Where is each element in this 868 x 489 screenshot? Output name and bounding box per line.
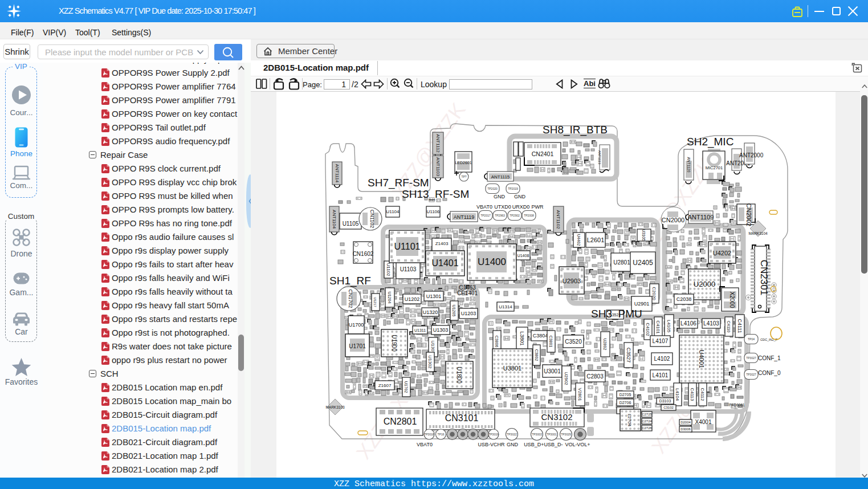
svg-text:U2901: U2901 (634, 301, 650, 307)
svg-text:L4102: L4102 (654, 356, 670, 362)
svg-text:TP3018: TP3018 (424, 433, 434, 436)
svg-text:ANT1114: ANT1114 (335, 164, 340, 183)
svg-text:U2903: U2903 (563, 278, 581, 284)
svg-text:C3520: C3520 (565, 339, 582, 345)
svg-text:TP3027: TP3027 (746, 373, 756, 376)
svg-text:VOL-: VOL- (565, 442, 577, 447)
svg-text:L4105: L4105 (666, 320, 671, 333)
svg-text:CN3101: CN3101 (445, 413, 479, 423)
svg-text:CN2401: CN2401 (532, 150, 554, 157)
svg-text:USB_D+: USB_D+ (524, 442, 544, 447)
svg-text:C3801: C3801 (549, 336, 553, 348)
svg-text:U1702: U1702 (404, 381, 408, 393)
svg-text:CN1702: CN1702 (348, 289, 353, 308)
svg-text:U1202: U1202 (405, 296, 420, 302)
svg-text:VBAT0: VBAT0 (417, 442, 433, 447)
svg-text:CN2301: CN2301 (759, 260, 769, 295)
svg-text:C3527: C3527 (626, 348, 631, 363)
svg-text:U1701: U1701 (349, 343, 366, 349)
svg-text:U3105: U3105 (642, 229, 646, 241)
svg-text:SH8_IR_BTB: SH8_IR_BTB (543, 124, 608, 136)
svg-text:C4110: C4110 (727, 321, 731, 332)
svg-text:U1203: U1203 (461, 311, 476, 316)
svg-text:TP2008: TP2008 (524, 214, 534, 217)
svg-text:PAD6061: PAD6061 (729, 403, 745, 407)
svg-text:UTXD0: UTXD0 (494, 204, 511, 210)
svg-text:SH1_RF: SH1_RF (329, 275, 371, 287)
svg-text:D2706: D2706 (620, 401, 631, 405)
svg-text:CN2801: CN2801 (384, 417, 417, 426)
svg-text:U1320: U1320 (423, 309, 438, 315)
svg-text:D3006: D3006 (680, 427, 691, 431)
svg-text:V2801: V2801 (577, 388, 582, 401)
svg-text:C2725: C2725 (642, 413, 652, 416)
svg-text:U1400: U1400 (478, 256, 506, 267)
svg-text:U1103: U1103 (400, 266, 417, 272)
svg-text:U2802: U2802 (603, 339, 607, 351)
svg-text:TP3022: TP3022 (507, 433, 517, 436)
svg-text:TP2017: TP2017 (480, 214, 491, 217)
svg-text:MARK3104: MARK3104 (748, 231, 768, 235)
svg-text:U4001: U4001 (698, 350, 705, 368)
svg-text:C4102: C4102 (645, 323, 650, 336)
svg-text:D3103: D3103 (659, 399, 671, 403)
svg-text:L2704: L2704 (627, 414, 632, 427)
svg-text:GND: GND (507, 442, 519, 447)
svg-text:GND: GND (494, 194, 506, 199)
svg-text:U4202: U4202 (713, 250, 731, 256)
svg-text:C2724: C2724 (642, 419, 652, 423)
svg-text:TP2020: TP2020 (487, 187, 498, 190)
svg-text:U1106: U1106 (427, 209, 441, 214)
svg-text:D2705: D2705 (620, 393, 631, 397)
svg-text:L4101: L4101 (653, 372, 669, 378)
svg-text:TP04: TP04 (748, 337, 755, 341)
svg-text:SH3_PMU: SH3_PMU (591, 308, 642, 320)
svg-text:CN3102: CN3102 (541, 412, 572, 422)
svg-text:VOL+: VOL+ (577, 442, 590, 447)
svg-text:Z1607: Z1607 (378, 383, 392, 388)
svg-text:U1205: U1205 (452, 305, 456, 317)
svg-text:D2004: D2004 (680, 421, 691, 424)
svg-text:L4106: L4106 (680, 320, 696, 327)
svg-text:U1217: U1217 (373, 297, 377, 307)
svg-text:L4107: L4107 (653, 338, 669, 344)
svg-text:C2726: C2726 (642, 426, 652, 430)
svg-text:C2038: C2038 (677, 296, 692, 302)
svg-text:U4402: U4402 (577, 234, 581, 246)
svg-text:U1302: U1302 (427, 355, 433, 369)
svg-text:U1900: U1900 (391, 335, 397, 352)
svg-text:ANT1103: ANT1103 (435, 157, 441, 177)
svg-text:TP3003: TP3003 (532, 433, 542, 436)
svg-text:U1311: U1311 (414, 328, 426, 332)
svg-text:U1301: U1301 (426, 294, 442, 299)
svg-text:ANT2000: ANT2000 (739, 152, 764, 158)
svg-text:TP2902: TP2902 (510, 214, 520, 217)
svg-text:MARK3103: MARK3103 (325, 405, 345, 409)
svg-text:U2801: U2801 (613, 259, 630, 266)
svg-text:U1105: U1105 (343, 221, 359, 227)
svg-text:ANT1109: ANT1109 (688, 214, 714, 221)
svg-text:CONF_0: CONF_0 (758, 370, 781, 376)
svg-text:CN1102: CN1102 (369, 210, 375, 228)
svg-text:CN2000: CN2000 (662, 217, 684, 223)
svg-text:ANT1115: ANT1115 (491, 174, 510, 180)
svg-text:ANT1120: ANT1120 (687, 157, 691, 173)
svg-text:X4001: X4001 (695, 419, 712, 425)
svg-text:U1102: U1102 (386, 263, 391, 277)
svg-text:U3801: U3801 (503, 365, 521, 372)
svg-text:SH13_RF-SM: SH13_RF-SM (402, 188, 469, 201)
svg-text:TP2019: TP2019 (508, 187, 518, 190)
svg-text:U2902: U2902 (564, 372, 569, 385)
svg-text:U2000: U2000 (694, 280, 715, 288)
svg-text:U1401: U1401 (431, 258, 458, 268)
svg-text:ANT1102: ANT1102 (556, 210, 561, 229)
svg-text:TP3001: TP3001 (547, 433, 557, 436)
svg-text:CE1401: CE1401 (457, 290, 478, 296)
svg-text:GND: GND (514, 194, 526, 199)
svg-text:TP?: TP? (461, 175, 466, 178)
svg-text:U1700: U1700 (349, 322, 364, 328)
svg-text:C3804: C3804 (533, 333, 548, 339)
svg-text:U1101: U1101 (394, 242, 421, 251)
svg-text:U1314: U1314 (499, 304, 512, 309)
svg-text:VBAT0: VBAT0 (476, 204, 492, 210)
